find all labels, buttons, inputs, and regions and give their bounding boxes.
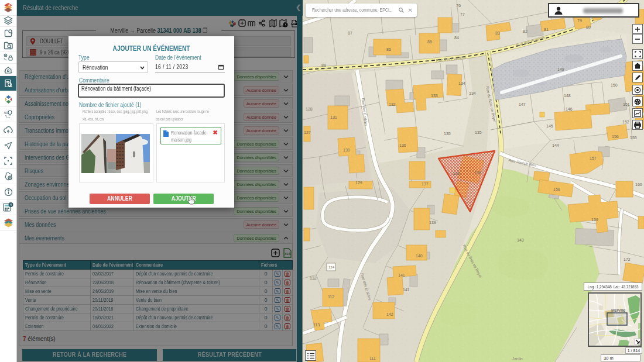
svg-text:83: 83 — [495, 31, 500, 35]
svg-text:172: 172 — [624, 257, 631, 261]
svg-text:136: 136 — [453, 171, 460, 176]
svg-text:87: 87 — [348, 31, 352, 35]
svg-text:144: 144 — [552, 143, 559, 147]
svg-text:135: 135 — [475, 130, 482, 135]
svg-text:143: 143 — [517, 238, 524, 242]
svg-text:132: 132 — [310, 276, 317, 280]
svg-text:82: 82 — [523, 29, 527, 33]
svg-text:112: 112 — [328, 295, 334, 299]
svg-text:130: 130 — [343, 148, 350, 152]
svg-text:132: 132 — [389, 102, 396, 106]
svg-text:135: 135 — [444, 132, 451, 136]
svg-text:142: 142 — [386, 312, 393, 316]
svg-text:124: 124 — [328, 266, 335, 269]
svg-text:134: 134 — [458, 81, 465, 85]
svg-text:159: 159 — [591, 218, 598, 222]
svg-text:4: 4 — [10, 203, 12, 206]
svg-text:141: 141 — [398, 273, 405, 277]
svg-text:149: 149 — [557, 67, 564, 71]
svg-text:133: 133 — [431, 94, 438, 98]
svg-text:151: 151 — [623, 102, 630, 106]
svg-text:150: 150 — [611, 83, 618, 87]
svg-text:128: 128 — [306, 107, 313, 111]
svg-text:137: 137 — [422, 182, 429, 186]
svg-text:134: 134 — [469, 91, 476, 95]
svg-text:88: 88 — [321, 63, 326, 67]
svg-text:152: 152 — [622, 120, 629, 124]
svg-text:138: 138 — [474, 170, 482, 175]
svg-text:141: 141 — [403, 288, 410, 292]
svg-text:86: 86 — [386, 47, 391, 51]
svg-text:140: 140 — [416, 254, 423, 258]
svg-text:139: 139 — [429, 220, 436, 225]
svg-text:85: 85 — [427, 40, 432, 44]
svg-text:111: 111 — [369, 356, 376, 360]
svg-text:156: 156 — [612, 135, 619, 139]
svg-text:148: 148 — [564, 94, 571, 98]
svg-text:Jardin: Jardin — [512, 357, 523, 361]
svg-text:136: 136 — [399, 143, 406, 147]
svg-text:80: 80 — [586, 25, 591, 29]
svg-text:81: 81 — [544, 27, 549, 32]
svg-text:157: 157 — [590, 156, 597, 160]
svg-text:158: 158 — [553, 187, 560, 191]
svg-text:79: 79 — [577, 19, 582, 23]
svg-text:76: 76 — [456, 4, 461, 8]
svg-text:84: 84 — [454, 36, 459, 40]
svg-text:Merville: Merville — [611, 308, 625, 312]
svg-text:77: 77 — [460, 12, 465, 16]
svg-text:147: 147 — [519, 102, 526, 106]
svg-text:127: 127 — [304, 130, 311, 135]
svg-text:59: 59 — [4, 111, 8, 115]
svg-text:113: 113 — [313, 323, 320, 327]
svg-text:146: 146 — [566, 107, 573, 111]
svg-text:160: 160 — [635, 182, 642, 187]
svg-text:145: 145 — [546, 124, 553, 128]
svg-text:129: 129 — [355, 181, 362, 185]
svg-text:155: 155 — [630, 136, 637, 140]
svg-text:131: 131 — [330, 115, 337, 119]
